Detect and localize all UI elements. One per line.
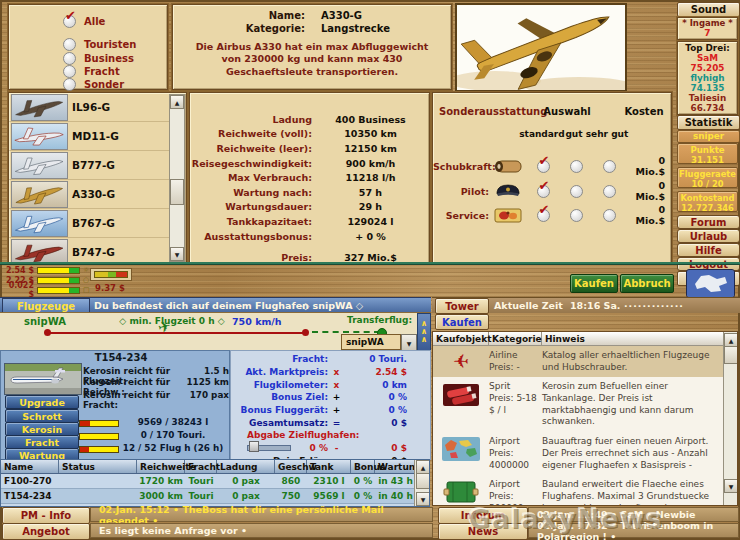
radio-gut[interactable] — [570, 160, 583, 173]
tab-angebot[interactable]: Angebot — [2, 523, 90, 540]
calc-row: Bonus Fluggerät:+0 % — [231, 404, 430, 417]
meal-icon — [493, 208, 523, 223]
wartung-gauge-bar — [79, 446, 119, 453]
aircraft-list-item[interactable]: B767-G — [9, 209, 169, 238]
speed-value: 750 km/h — [232, 316, 282, 327]
buy-row-airline[interactable]: ✈ AirlinePreis: - Katalog aller erhaeltl… — [433, 346, 737, 377]
top-player-name: flyhigh — [678, 73, 737, 83]
buy-row-bauland[interactable]: AirportPreis: 500000 Bauland erweitert d… — [433, 475, 737, 506]
scroll-down-icon[interactable]: ▼ — [170, 247, 184, 261]
route-end-dot[interactable] — [302, 329, 309, 336]
plane-thumb-icon — [11, 152, 68, 179]
radio-standard[interactable]: ✔ — [537, 160, 550, 173]
fleet-header-bar: Flugzeuge Du befindest dich auf deinem F… — [0, 297, 431, 313]
radio-icon[interactable] — [63, 78, 76, 91]
radio-gut[interactable] — [570, 209, 583, 222]
radio-icon[interactable] — [63, 38, 76, 51]
tab-pm-info[interactable]: PM - Info — [2, 507, 90, 524]
tab-kaufen[interactable]: Kaufen — [435, 314, 489, 330]
fleet-table-row[interactable]: T154-2343000 kmTouri0 pax7509569 l0 %in … — [1, 489, 429, 504]
buy-row-airport[interactable]: AirportPreis: 4000000 Bauauftrag fuer ei… — [433, 432, 737, 475]
tab-tower[interactable]: Tower — [435, 298, 489, 314]
minimap[interactable] — [686, 269, 735, 298]
fracht-button[interactable]: Fracht — [5, 435, 79, 449]
radio-sehr-gut[interactable] — [603, 160, 616, 173]
calc-row: Akt. Marktpreis:x2.54 $ — [231, 366, 430, 379]
radio-icon[interactable] — [63, 65, 76, 78]
scroll-thumb[interactable] — [416, 473, 430, 489]
top-player-points: 75.205 — [678, 63, 737, 73]
dropdown-value[interactable]: snipWA — [341, 334, 401, 350]
aircraft-list-item[interactable]: IL96-G — [9, 93, 169, 122]
ingame-label: * Ingame * — [678, 18, 737, 28]
tab-news[interactable]: News — [438, 523, 528, 540]
pm-message-bar[interactable]: 02.Jan. 15:12 • TheBoss hat dir eine per… — [90, 507, 433, 522]
fleet-table-row[interactable]: F100-2701720 kmTouri0 pax8602310 l0 %in … — [1, 474, 429, 489]
news-message-bar[interactable]: 02.Jan. 17:32 • Touristenboom in Polarre… — [528, 523, 739, 538]
aircraft-list-item[interactable]: B777-G — [9, 151, 169, 180]
abgabe-slider-thumb[interactable] — [249, 441, 259, 452]
filter-option-business[interactable]: Business — [63, 52, 134, 65]
radio-standard[interactable]: ✔ — [537, 209, 550, 222]
abbruch-button[interactable]: Abbruch — [620, 274, 674, 293]
aircraft-list-item[interactable]: A330-G — [9, 180, 169, 209]
kontostand-box: Kontostand 12.727.346 — [677, 191, 738, 212]
angebot-message-bar[interactable]: Es liegt keine Anfrage vor • — [90, 523, 433, 538]
circle-icon: ○ — [83, 276, 89, 284]
forum-button[interactable]: Forum — [677, 215, 740, 229]
strip-scroll-chevrons[interactable]: ∧ ∧ ∧ — [417, 313, 431, 351]
kaufen-button[interactable]: Kaufen — [570, 274, 618, 293]
aircraft-list-item[interactable]: MD11-G — [9, 122, 169, 151]
scroll-up-icon[interactable]: ▲ — [416, 460, 430, 474]
fleet-table-scrollbar[interactable]: ▲ ▼ — [414, 460, 429, 506]
radio-gut[interactable] — [570, 185, 583, 198]
check-icon: ✔ — [539, 155, 550, 167]
scroll-down-icon[interactable]: ▼ — [724, 479, 738, 493]
level-gut: gut — [561, 129, 587, 139]
aircraft-list-scrollbar[interactable]: ▲ ▼ — [169, 94, 185, 262]
scroll-up-icon[interactable]: ▲ — [724, 333, 738, 347]
wartung-gauge-text: 12 / 52 Flug h (26 h) — [119, 443, 227, 453]
filter-option-touristen[interactable]: Touristen — [63, 38, 136, 51]
sound-header[interactable]: Sound — [677, 2, 740, 17]
aircraft-list-item[interactable]: B747-G — [9, 238, 169, 264]
scroll-thumb[interactable] — [170, 179, 184, 205]
spec-row: Ausstattungsbonus:+ 0 % — [190, 229, 429, 244]
route-start-dot[interactable] — [44, 329, 51, 336]
scroll-thumb[interactable] — [724, 346, 738, 364]
filter-option-sonder[interactable]: Sonder — [63, 78, 124, 91]
aircraft-category: Langstrecke — [321, 23, 390, 34]
world-map-icon — [433, 436, 489, 471]
radio-sehr-gut[interactable] — [603, 209, 616, 222]
top-drei-box: Top Drei: SaM 75.205 flyhigh 74.135 Tali… — [677, 41, 738, 115]
aircraft-filter-panel: ✔ Alle Touristen Business Fracht Sonder — [8, 4, 168, 90]
buy-row-sprit[interactable]: SpritPreis: 5-18 $ / l Kerosin zum Befue… — [433, 377, 737, 432]
plane-thumb-icon — [11, 239, 68, 265]
urlaub-button[interactable]: Urlaub — [677, 229, 740, 243]
radio-icon[interactable] — [63, 52, 76, 65]
zeit-label: Aktuelle Zeit — [494, 300, 563, 311]
spec-row: Tankkapazitaet:129024 l — [190, 214, 429, 229]
buy-table-scrollbar[interactable]: ▲ ▼ — [723, 332, 737, 505]
category-label: Kategorie: — [173, 23, 305, 34]
hilfe-button[interactable]: Hilfe — [677, 243, 740, 257]
radio-icon[interactable]: ✔ — [63, 15, 76, 28]
statistik-header[interactable]: Statistik — [677, 115, 740, 130]
price-bar — [37, 267, 80, 274]
filter-option-alle[interactable]: ✔ Alle — [63, 15, 105, 28]
filter-label: Sonder — [84, 79, 124, 90]
tab-inforum[interactable]: Inforum — [438, 507, 528, 524]
kontostand-label: Kontostand — [678, 193, 737, 203]
tower-bar: Tower Aktuelle Zeit 18:16 Sa. ··········… — [432, 297, 740, 313]
filter-option-fracht[interactable]: Fracht — [63, 65, 120, 78]
kerosin-button[interactable]: Kerosin — [5, 422, 79, 436]
fleet-table: NameStatusReichweiteFrachtLadungGeschwTa… — [0, 459, 430, 507]
scroll-up-icon[interactable]: ▲ — [170, 95, 184, 109]
radio-standard[interactable]: ✔ — [537, 185, 550, 198]
radio-sehr-gut[interactable] — [603, 185, 616, 198]
square-icon: □ — [83, 286, 90, 294]
schrott-button[interactable]: Schrott — [5, 409, 79, 423]
selected-aircraft-name: T154-234 — [61, 352, 181, 363]
sun-icon: ☼ — [83, 266, 89, 274]
upgrade-button[interactable]: Upgrade — [5, 395, 79, 409]
